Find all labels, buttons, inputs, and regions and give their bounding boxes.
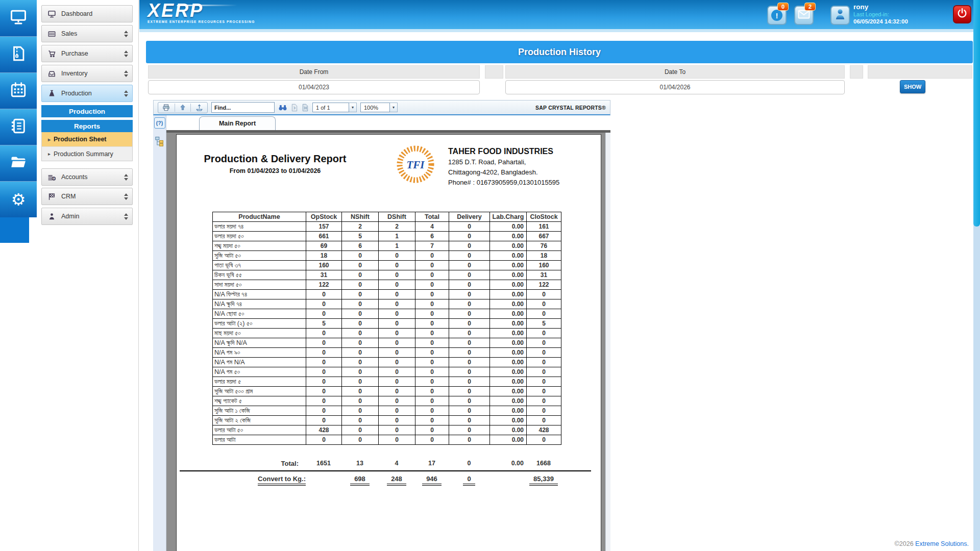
tray-icon [47, 69, 56, 78]
zoom-selector: 100% ▾ [360, 103, 398, 112]
logo-title: XERP [148, 1, 255, 20]
report-scrollbar[interactable] [605, 133, 610, 551]
date-from-header: Date From [148, 65, 480, 79]
page-scrollbar-thumb[interactable] [973, 0, 980, 227]
table-row: N/A ফিল্টার ৭৪000000.000 [213, 290, 561, 299]
sidebar-item-label: Sales [61, 30, 119, 37]
register-icon [47, 29, 56, 38]
sidebar-item-production[interactable]: Production [41, 85, 133, 102]
logout-button[interactable] [953, 5, 971, 23]
report-title: Production & Delivery Report [186, 153, 364, 165]
export-print-group [158, 102, 208, 113]
chevron-down-icon[interactable]: ▾ [349, 103, 357, 112]
company-phone: Phone# : 01673905959,01301015595 [448, 178, 559, 188]
alert-icon: ! [771, 10, 782, 21]
export-page-button[interactable] [195, 104, 204, 112]
sidebar-item-inventory[interactable]: Inventory [41, 65, 133, 82]
next-page-button[interactable] [291, 104, 298, 112]
table-row: সুজি আটা ৫০1800000.0018 [213, 251, 561, 261]
company-address-1: 1285 D.T. Road, Pahartali, [448, 157, 559, 167]
rail-calendar-button[interactable] [0, 72, 37, 109]
table-row: ডলার ময়দা ৫০66151600.00667 [213, 232, 561, 241]
report-table-body: ডলার ময়দা ৭৪15722400.00161ডলার ময়দা ৫০… [213, 222, 561, 445]
report-canvas: Production & Delivery Report From 01/04/… [166, 130, 610, 551]
chevron-down-icon[interactable]: ▾ [390, 103, 398, 112]
application-window: ⚙ Dashboard Sales Purchase [0, 0, 980, 551]
notebook-icon [10, 117, 27, 137]
column-header: Total [415, 212, 449, 222]
column-header: NShift [342, 212, 379, 222]
report-page: Production & Delivery Report From 01/04/… [176, 134, 601, 551]
sidebar-item-accounts[interactable]: $ Accounts [41, 168, 133, 186]
rail-sales-button[interactable] [0, 36, 37, 72]
report-viewer: 1 of 1 ▾ 100% ▾ SAP CRYSTAL REPORTS® (?)… [153, 100, 610, 551]
column-header: Lab.Charg [490, 212, 527, 222]
user-info: rony Last Loged-in: 06/05/2024 14:32:00 [853, 4, 908, 25]
page-indicator[interactable]: 1 of 1 [312, 103, 349, 112]
submenu-item-production-sheet[interactable]: ▸ Production Sheet [42, 132, 132, 146]
date-to-input[interactable] [505, 80, 845, 94]
sidebar-item-purchase[interactable]: Purchase [41, 45, 133, 62]
find-input[interactable] [211, 102, 275, 113]
last-page-button[interactable] [302, 104, 309, 112]
sidebar-item-crm[interactable]: CRM [41, 188, 133, 205]
table-row: ডলার আটা (২) ৫০500000.005 [213, 319, 561, 329]
flask-icon [47, 89, 56, 98]
app-logo: XERP EXTREME ENTERPRISE RECOURCES PROCES… [148, 1, 255, 23]
footer: ©2026 Extreme Solutions. [895, 540, 969, 547]
rail-settings-button[interactable]: ⚙ [0, 181, 37, 217]
sidebar-item-label: Purchase [61, 50, 119, 57]
filter-spacer-cell [485, 65, 503, 79]
expand-arrows-icon [124, 193, 128, 200]
sidebar-item-label: Production [61, 90, 119, 97]
viewer-toolbar: 1 of 1 ▾ 100% ▾ SAP CRYSTAL REPORTS® [153, 100, 610, 115]
person-icon [47, 212, 56, 221]
toolbar-separator [175, 104, 175, 112]
page-scrollbar-track[interactable] [973, 0, 980, 551]
rail-folder-button[interactable] [0, 145, 37, 181]
table-row: N/A গম ৫০000000.000 [213, 367, 561, 377]
rail-dashboard-button[interactable] [0, 0, 37, 36]
coins-icon: $ [47, 172, 56, 182]
show-button[interactable]: SHOW [900, 80, 925, 93]
company-logo: TFI [395, 144, 436, 186]
column-header: DShift [379, 212, 415, 222]
tab-main-report[interactable]: Main Report [199, 116, 276, 130]
cart-icon [47, 49, 56, 58]
submenu-header-reports: Reports [41, 120, 133, 132]
print-button[interactable] [162, 104, 170, 112]
column-header: OpStock [306, 212, 342, 222]
crystal-reports-brand: SAP CRYSTAL REPORTS® [535, 105, 606, 111]
sidebar-item-label: Dashboard [61, 10, 128, 17]
mail-badge: 2 [804, 3, 816, 11]
group-tree-icon [155, 136, 164, 146]
last-login-value: 06/05/2024 14:32:00 [853, 18, 908, 25]
calendar-icon [10, 81, 27, 101]
company-info: TAHER FOOD INDUSTRIES 1285 D.T. Road, Pa… [448, 146, 559, 188]
sidebar-item-admin[interactable]: Admin [41, 208, 133, 225]
zip-file-icon [10, 45, 27, 64]
table-row: মাছ ময়দা ৫০000000.000 [213, 329, 561, 338]
table-row: ডলার ময়দা ৫000000.000 [213, 377, 561, 387]
submenu-item-production-summary[interactable]: ▸ Production Summary [42, 146, 132, 161]
notifications-button[interactable]: ! 0 [767, 6, 787, 25]
expand-arrows-icon [124, 51, 128, 57]
table-header-row: ProductNameOpStockNShiftDShiftTotalDeliv… [213, 212, 561, 222]
envelope-icon [798, 10, 810, 21]
copyright-text: ©2026 [895, 540, 914, 547]
binoculars-icon[interactable] [278, 104, 287, 111]
sidebar-item-sales[interactable]: Sales [41, 25, 133, 42]
company-name: TAHER FOOD INDUSTRIES [448, 146, 559, 157]
mail-button[interactable]: 2 [794, 6, 814, 25]
rail-notebook-button[interactable] [0, 109, 37, 145]
sidebar-item-dashboard[interactable]: Dashboard [41, 5, 133, 22]
vendor-link[interactable]: Extreme Solutions. [915, 540, 969, 547]
expand-arrows-icon [124, 174, 128, 181]
user-avatar-button[interactable] [830, 6, 850, 25]
export-button[interactable] [179, 104, 186, 111]
help-button[interactable]: (?) [154, 117, 165, 129]
zoom-level[interactable]: 100% [360, 103, 390, 112]
group-tree-button[interactable] [155, 136, 165, 147]
gear-icon: ⚙ [11, 191, 26, 208]
date-from-input[interactable] [148, 80, 480, 94]
